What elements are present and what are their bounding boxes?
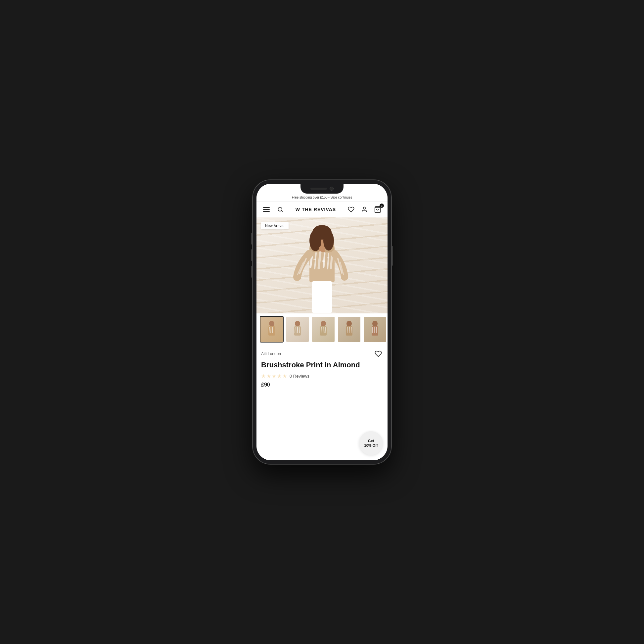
discount-button[interactable]: Get10% Off [359, 431, 383, 455]
svg-rect-24 [312, 281, 332, 313]
svg-line-27 [269, 327, 269, 333]
notch-camera [330, 187, 334, 191]
svg-line-39 [325, 327, 325, 333]
wishlist-heart-icon [375, 350, 382, 357]
star-rating[interactable]: ★ ★ ★ ★ ★ [261, 373, 287, 379]
svg-line-14 [324, 253, 325, 267]
phone-frame: Free shipping over £150 • Sale continues [253, 180, 391, 464]
svg-point-40 [346, 321, 352, 327]
svg-point-8 [323, 231, 334, 251]
svg-line-42 [347, 327, 347, 333]
svg-line-44 [351, 327, 351, 333]
thumbnail-strip [256, 313, 388, 345]
header: W THE REVIVAS [256, 202, 388, 217]
product-title: Brushstroke Print in Almond [261, 360, 383, 370]
svg-line-48 [374, 327, 375, 333]
svg-rect-18 [322, 260, 325, 262]
svg-line-37 [321, 327, 321, 333]
svg-line-34 [299, 327, 300, 333]
svg-line-33 [297, 327, 298, 333]
svg-line-1 [282, 211, 283, 212]
star-5: ★ [282, 373, 287, 379]
discount-button-text: Get10% Off [364, 438, 378, 448]
svg-point-45 [372, 321, 378, 327]
wishlist-product-button[interactable] [374, 349, 383, 358]
cart-badge: 2 [380, 204, 384, 208]
product-price: £90 [261, 382, 270, 388]
star-1: ★ [261, 373, 266, 379]
announcement-bar: Free shipping over £150 • Sale continues [256, 194, 388, 202]
heart-icon [348, 206, 354, 213]
svg-line-47 [372, 327, 373, 333]
notch-speaker [310, 188, 327, 190]
product-main-image[interactable]: New Arrival [256, 217, 388, 313]
notch [300, 184, 344, 194]
svg-point-2 [363, 207, 366, 209]
review-count: 0 Reviews [290, 374, 309, 379]
svg-line-13 [319, 252, 320, 268]
svg-line-32 [295, 327, 295, 333]
hamburger-icon [263, 207, 270, 212]
star-3: ★ [272, 373, 276, 379]
svg-point-30 [295, 321, 300, 327]
cart-button[interactable]: 2 [373, 205, 382, 214]
svg-line-38 [323, 327, 323, 333]
svg-line-43 [349, 327, 349, 333]
thumbnail-5[interactable] [363, 316, 387, 343]
product-image-svg [286, 219, 358, 313]
brand-name: Aiti London [261, 351, 281, 356]
phone-screen: Free shipping over £150 • Sale continues [256, 184, 388, 460]
svg-line-29 [272, 327, 273, 333]
thumbnail-2[interactable] [286, 316, 309, 343]
announcement-text: Free shipping over £150 • Sale continues [292, 196, 352, 199]
star-4: ★ [277, 373, 282, 379]
thumbnail-3[interactable] [311, 316, 335, 343]
menu-button[interactable] [262, 205, 271, 214]
logo: W THE REVIVAS [296, 207, 336, 212]
user-icon [361, 206, 368, 213]
search-icon [277, 206, 284, 213]
svg-line-49 [376, 327, 377, 333]
new-arrival-badge: New Arrival [261, 222, 289, 229]
thumbnail-4[interactable] [337, 316, 361, 343]
svg-line-16 [331, 255, 332, 268]
svg-line-28 [271, 327, 271, 333]
search-button[interactable] [276, 205, 285, 214]
thumbnail-1[interactable] [260, 316, 284, 343]
product-info: Aiti London Brushstroke Print in Almond … [256, 345, 388, 460]
account-button[interactable] [360, 205, 369, 214]
star-2: ★ [266, 373, 271, 379]
svg-point-25 [269, 321, 274, 327]
svg-point-35 [321, 321, 326, 327]
svg-point-0 [278, 207, 282, 211]
wishlist-header-button[interactable] [346, 205, 356, 214]
